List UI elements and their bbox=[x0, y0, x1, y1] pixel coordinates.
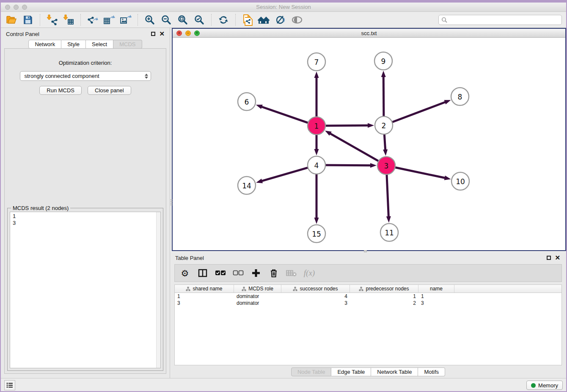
deselect-all-icon[interactable] bbox=[232, 267, 244, 279]
import-network-icon[interactable] bbox=[46, 14, 58, 26]
import-table-icon[interactable] bbox=[62, 14, 75, 26]
close-panel-button[interactable]: Close panel bbox=[88, 86, 131, 95]
memory-button[interactable]: Memory bbox=[526, 381, 563, 390]
table-row[interactable]: 1 dominator 4 1 1 bbox=[175, 293, 561, 300]
tab-network-table[interactable]: Network Table bbox=[371, 367, 418, 376]
table-toolbar: ⚙ f(x) bbox=[174, 264, 562, 282]
toolbar-separator bbox=[40, 14, 40, 26]
add-column-icon[interactable] bbox=[250, 267, 262, 279]
export-network-icon[interactable] bbox=[86, 14, 99, 26]
zoom-in-icon[interactable] bbox=[143, 14, 156, 26]
cell-mcds-role[interactable]: dominator bbox=[234, 293, 281, 300]
status-bar: Memory bbox=[1, 378, 566, 392]
mcds-result-title: MCDS result (2 nodes) bbox=[11, 205, 70, 211]
tab-node-table[interactable]: Node Table bbox=[291, 367, 332, 376]
list-icon bbox=[6, 382, 13, 388]
tab-style[interactable]: Style bbox=[61, 40, 86, 49]
graph-edge-arrow bbox=[383, 149, 388, 156]
column-header-successor-nodes[interactable]: successor nodes bbox=[281, 285, 350, 293]
optimization-criterion-value: strongly connected component bbox=[25, 73, 145, 79]
export-table-icon[interactable] bbox=[103, 14, 116, 26]
tab-mcds[interactable]: MCDS bbox=[113, 40, 142, 49]
cell-successor-nodes[interactable]: 4 bbox=[281, 293, 350, 300]
tab-motifs[interactable]: Motifs bbox=[418, 367, 445, 376]
mcds-result-item: 3 bbox=[13, 220, 160, 226]
hide-details-icon[interactable] bbox=[274, 14, 287, 26]
network-window-title: scc.txt bbox=[173, 30, 565, 36]
graph-edge-arrow bbox=[314, 149, 319, 155]
sort-icon bbox=[242, 287, 246, 291]
cell-shared-name[interactable]: 3 bbox=[175, 300, 234, 306]
control-panel-float-icon[interactable] bbox=[151, 32, 155, 36]
sort-icon bbox=[293, 287, 297, 291]
window-title: Session: New Session bbox=[1, 4, 566, 10]
network-canvas[interactable]: 7968124314101511 bbox=[173, 38, 565, 250]
run-mcds-button[interactable]: Run MCDS bbox=[39, 86, 82, 95]
graph-node-label: 10 bbox=[456, 177, 465, 186]
function-builder-icon[interactable]: f(x) bbox=[303, 267, 315, 279]
first-neighbors-icon[interactable] bbox=[258, 14, 270, 26]
column-header-name[interactable]: name bbox=[418, 285, 454, 293]
apply-layout-icon[interactable] bbox=[217, 14, 230, 26]
cell-name[interactable]: 1 bbox=[418, 293, 454, 300]
zoom-out-icon[interactable] bbox=[160, 14, 173, 26]
graph-edge-arrow bbox=[368, 123, 374, 128]
graph-edge-arrow bbox=[256, 105, 263, 109]
column-header-mcds-role[interactable]: MCDS role bbox=[234, 285, 281, 293]
table-panel-float-icon[interactable] bbox=[547, 256, 551, 260]
delete-column-icon[interactable] bbox=[268, 267, 280, 279]
network-window-titlebar[interactable]: × − + scc.txt bbox=[173, 29, 565, 38]
search-box[interactable] bbox=[438, 15, 562, 25]
search-input[interactable] bbox=[449, 17, 559, 23]
cell-shared-name[interactable]: 1 bbox=[175, 293, 234, 300]
graph-edge-arrow bbox=[444, 100, 451, 104]
window-titlebar: Session: New Session bbox=[1, 3, 566, 12]
toolbar-separator bbox=[235, 14, 236, 26]
control-panel: Control Panel ✕ Network Style Select MCD… bbox=[1, 28, 170, 378]
zoom-fit-icon[interactable] bbox=[176, 14, 189, 26]
graph-edge-arrow bbox=[381, 71, 386, 77]
scrollbar-track[interactable] bbox=[156, 212, 160, 368]
mcds-result-list[interactable]: 1 3 bbox=[10, 212, 161, 368]
column-visibility-icon[interactable] bbox=[197, 267, 209, 279]
table-panel-close-icon[interactable]: ✕ bbox=[555, 256, 560, 260]
column-header-shared-name[interactable]: shared name bbox=[175, 285, 234, 293]
select-all-icon[interactable] bbox=[215, 267, 226, 279]
memory-status-dot-icon bbox=[531, 383, 536, 388]
cell-mcds-role[interactable]: dominator bbox=[234, 300, 281, 306]
column-label: predecessor nodes bbox=[366, 286, 409, 292]
tab-select[interactable]: Select bbox=[86, 40, 113, 49]
new-network-icon[interactable] bbox=[241, 14, 254, 26]
mcds-result-box: MCDS result (2 nodes) 1 3 bbox=[7, 208, 163, 371]
network-view-window: × − + scc.txt 7968124314101511 bbox=[172, 28, 566, 251]
tab-edge-table[interactable]: Edge Table bbox=[331, 367, 371, 376]
graph-node-label: 2 bbox=[382, 121, 386, 130]
table-row[interactable]: 3 dominator 3 2 3 bbox=[175, 300, 561, 306]
cell-name[interactable]: 3 bbox=[418, 300, 454, 306]
mcds-result-item: 1 bbox=[13, 213, 160, 220]
task-history-button[interactable] bbox=[4, 380, 15, 390]
optimization-criterion-select[interactable]: strongly connected component bbox=[20, 71, 151, 81]
table-options-icon[interactable]: ⚙ bbox=[179, 267, 191, 279]
show-panel-eye-icon[interactable] bbox=[291, 14, 303, 26]
column-header-predecessor-nodes[interactable]: predecessor nodes bbox=[350, 285, 418, 293]
save-session-icon[interactable] bbox=[22, 14, 34, 26]
control-panel-close-icon[interactable]: ✕ bbox=[159, 32, 165, 36]
delete-table-icon[interactable] bbox=[286, 267, 297, 279]
cell-successor-nodes[interactable]: 3 bbox=[281, 300, 350, 306]
cell-predecessor-nodes[interactable]: 2 bbox=[350, 300, 418, 306]
cell-predecessor-nodes[interactable]: 1 bbox=[350, 293, 418, 300]
tab-network[interactable]: Network bbox=[28, 40, 61, 49]
column-label: name bbox=[430, 286, 443, 292]
open-file-icon[interactable] bbox=[5, 14, 18, 26]
graph-edge-arrow bbox=[256, 179, 263, 183]
zoom-selected-icon[interactable] bbox=[193, 14, 206, 26]
graph-edge-arrow bbox=[370, 163, 377, 168]
search-icon bbox=[441, 17, 447, 23]
graph-edge-arrow bbox=[314, 72, 319, 78]
export-image-icon[interactable] bbox=[119, 14, 132, 26]
vertical-splitter-handle[interactable] bbox=[171, 199, 172, 205]
memory-label: Memory bbox=[538, 382, 558, 389]
node-table: shared name MCDS role successor nodes pr… bbox=[174, 284, 562, 365]
graph-node-label: 11 bbox=[385, 229, 394, 237]
